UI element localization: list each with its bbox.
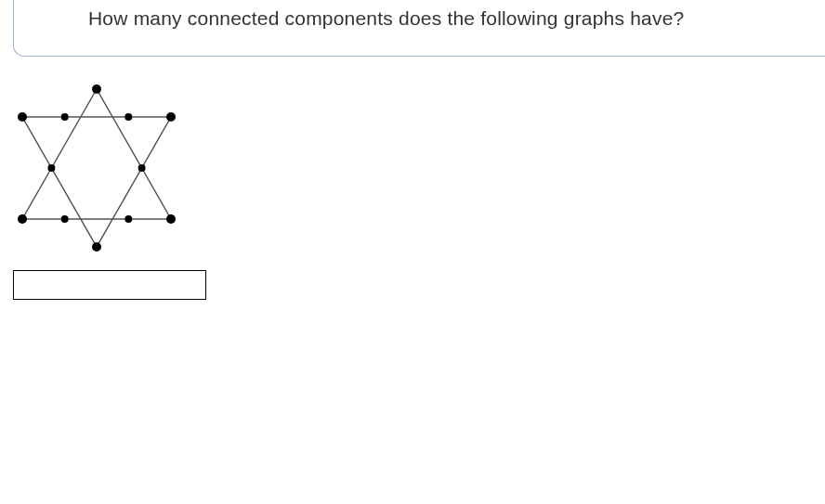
svg-point-3: [166, 112, 176, 122]
hexagram-graph-icon: [13, 75, 180, 261]
answer-input[interactable]: [13, 270, 206, 300]
svg-point-2: [92, 84, 101, 94]
svg-point-10: [47, 164, 55, 172]
svg-point-7: [18, 112, 27, 122]
svg-point-5: [92, 242, 101, 252]
svg-point-8: [61, 113, 69, 121]
question-text: How many connected components does the f…: [88, 7, 806, 30]
svg-point-13: [124, 215, 132, 223]
question-box: How many connected components does the f…: [13, 0, 825, 57]
svg-marker-1: [22, 117, 171, 247]
svg-point-12: [61, 215, 69, 223]
svg-point-9: [124, 113, 132, 121]
svg-point-4: [166, 214, 176, 224]
svg-point-11: [138, 164, 146, 172]
svg-marker-0: [22, 89, 171, 219]
svg-point-6: [18, 214, 27, 224]
graph-diagram: [13, 75, 825, 261]
